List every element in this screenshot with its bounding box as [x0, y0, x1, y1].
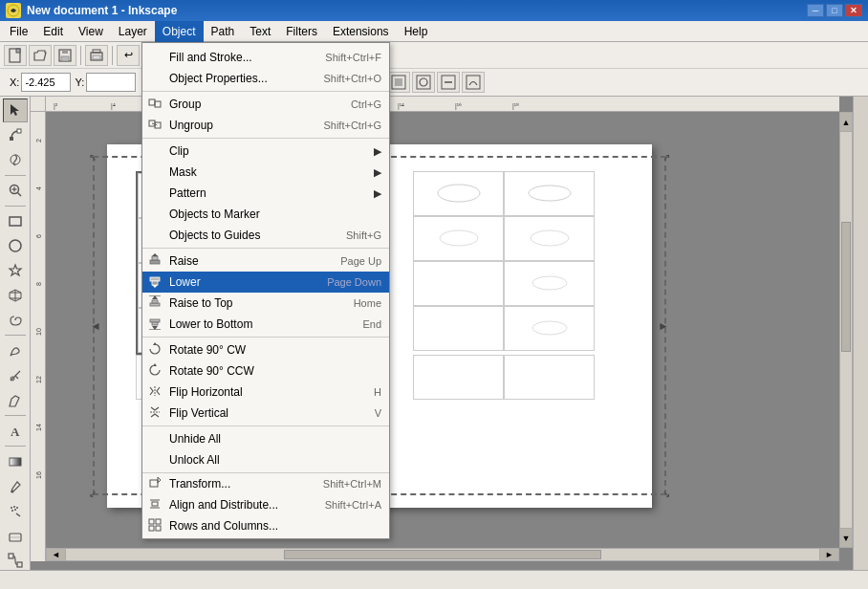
group-icon	[148, 97, 162, 113]
menu-object[interactable]: Object	[155, 21, 204, 42]
menu-lower-to-bottom[interactable]: Lower to Bottom End	[142, 314, 389, 335]
menu-objects-to-marker[interactable]: Objects to Marker	[142, 204, 389, 225]
menu-file[interactable]: File	[2, 21, 35, 42]
svg-rect-34	[17, 129, 21, 133]
menu-help[interactable]: Help	[397, 21, 436, 42]
rect-tool[interactable]	[3, 209, 28, 233]
calligraphy-tool[interactable]	[3, 388, 28, 412]
text-tool[interactable]: A	[3, 419, 28, 443]
horizontal-scrollbar[interactable]: ◄ ►	[46, 548, 839, 561]
menu-rows-columns[interactable]: Rows and Columns...	[142, 515, 389, 536]
spiral-tool[interactable]	[3, 309, 28, 333]
y-label: Y:	[75, 76, 84, 88]
menu-unhide-all[interactable]: Unhide All	[142, 428, 389, 449]
save-button[interactable]	[54, 45, 76, 66]
undo-button[interactable]: ↩	[117, 45, 140, 66]
menu-rotate-ccw[interactable]: Rotate 90° CCW	[142, 360, 389, 382]
spray-tool[interactable]	[3, 499, 28, 523]
menu-section-6: Unhide All Unlock All	[142, 426, 389, 473]
window-controls[interactable]: ─ □ ✕	[807, 4, 862, 17]
menu-raise[interactable]: Raise Page Up	[142, 251, 389, 272]
menu-edit[interactable]: Edit	[35, 21, 71, 42]
rotate-ccw-icon	[148, 363, 162, 380]
affect-btn-1[interactable]	[387, 72, 410, 93]
dropper-tool[interactable]	[3, 474, 28, 498]
svg-rect-7	[93, 55, 100, 59]
svg-rect-92	[152, 281, 158, 285]
node-tool[interactable]	[3, 123, 28, 147]
gradient-tool[interactable]	[3, 449, 28, 473]
menu-filters[interactable]: Filters	[278, 21, 325, 42]
svg-text:|¹⁴: |¹⁴	[398, 102, 404, 110]
svg-rect-55	[17, 562, 22, 567]
svg-point-47	[11, 507, 12, 509]
menu-align-distribute[interactable]: Align and Distribute... Shift+Ctrl+A	[142, 494, 389, 515]
rows-columns-icon	[148, 518, 162, 534]
menu-ungroup[interactable]: Ungroup Shift+Ctrl+G	[142, 115, 389, 136]
x-input[interactable]	[21, 73, 71, 92]
submenu-arrow: ▶	[374, 166, 381, 179]
svg-rect-113	[149, 526, 154, 531]
affect-btn-4[interactable]	[462, 72, 485, 93]
menu-lower[interactable]: Lower Page Down	[142, 272, 389, 293]
menu-pattern[interactable]: Pattern ▶	[142, 183, 389, 204]
svg-rect-27	[395, 78, 402, 86]
pen-tool[interactable]	[3, 363, 28, 387]
menu-fill-stroke[interactable]: Fill and Stroke... Shift+Ctrl+F	[142, 47, 389, 68]
new-button[interactable]	[4, 45, 27, 66]
open-button[interactable]	[29, 45, 52, 66]
svg-rect-2	[16, 49, 20, 53]
zoom-tool[interactable]	[3, 179, 28, 203]
menu-section-5: Rotate 90° CW Rotate 90° CCW Flip Horizo…	[142, 338, 389, 426]
left-toolbar-sep-3	[5, 335, 26, 336]
tweak-tool[interactable]	[3, 148, 28, 172]
svg-text:|¹⁸: |¹⁸	[512, 102, 519, 110]
menu-extensions[interactable]: Extensions	[325, 21, 397, 42]
circle-tool[interactable]	[3, 234, 28, 258]
menu-mask[interactable]: Mask ▶	[142, 162, 389, 183]
print-button[interactable]	[85, 45, 108, 66]
right-panel	[853, 97, 868, 575]
svg-marker-42	[10, 265, 21, 275]
vertical-scrollbar[interactable]: ▲ ▼	[839, 112, 853, 548]
menu-unlock-all[interactable]: Unlock All	[142, 449, 389, 470]
svg-rect-54	[9, 554, 13, 558]
menu-section-1: Fill and Stroke... Shift+Ctrl+F Object P…	[142, 45, 389, 92]
menu-objects-to-guides[interactable]: Objects to Guides Shift+G	[142, 225, 389, 246]
3d-box-tool[interactable]	[3, 284, 28, 308]
menu-flip-h[interactable]: Flip Horizontal H	[142, 382, 389, 403]
menu-object-properties[interactable]: Object Properties... Shift+Ctrl+O	[142, 68, 389, 89]
selector-tool[interactable]	[3, 98, 28, 122]
menu-path[interactable]: Path	[204, 21, 243, 42]
affect-btn-3[interactable]	[437, 72, 460, 93]
menu-view[interactable]: View	[71, 21, 111, 42]
svg-text:16: 16	[35, 471, 42, 479]
menu-text[interactable]: Text	[242, 21, 278, 42]
svg-text:6: 6	[35, 234, 42, 238]
eraser-tool[interactable]	[3, 524, 28, 548]
toolbar-area: ↩ ↪ X: Y: W H inpxmmcm Affect:	[0, 42, 868, 97]
menu-raise-to-top[interactable]: Raise to Top Home	[142, 293, 389, 314]
submenu-arrow: ▶	[374, 145, 381, 158]
minimize-button[interactable]: ─	[807, 4, 824, 17]
pencil-tool[interactable]	[3, 338, 28, 362]
svg-text:|⁴: |⁴	[111, 102, 116, 110]
star-tool[interactable]	[3, 259, 28, 283]
close-button[interactable]: ✕	[845, 4, 862, 17]
object-menu: Fill and Stroke... Shift+Ctrl+F Object P…	[141, 42, 390, 539]
svg-point-29	[420, 78, 427, 86]
svg-point-82	[532, 321, 567, 335]
svg-text:|¹⁶: |¹⁶	[455, 102, 462, 110]
menu-clip[interactable]: Clip ▶	[142, 141, 389, 162]
menu-layer[interactable]: Layer	[111, 21, 155, 42]
menu-group[interactable]: Group Ctrl+G	[142, 94, 389, 115]
menu-section-2: Group Ctrl+G Ungroup Shift+Ctrl+G	[142, 92, 389, 139]
menu-transform[interactable]: Transform... Shift+Ctrl+M	[142, 473, 389, 494]
menu-rotate-cw[interactable]: Rotate 90° CW	[142, 339, 389, 360]
y-input[interactable]	[86, 73, 136, 92]
affect-btn-2[interactable]	[412, 72, 435, 93]
maximize-button[interactable]: □	[826, 4, 843, 17]
menu-flip-v[interactable]: Flip Vertical V	[142, 403, 389, 424]
svg-rect-8	[93, 50, 100, 53]
svg-text:12: 12	[35, 376, 42, 383]
